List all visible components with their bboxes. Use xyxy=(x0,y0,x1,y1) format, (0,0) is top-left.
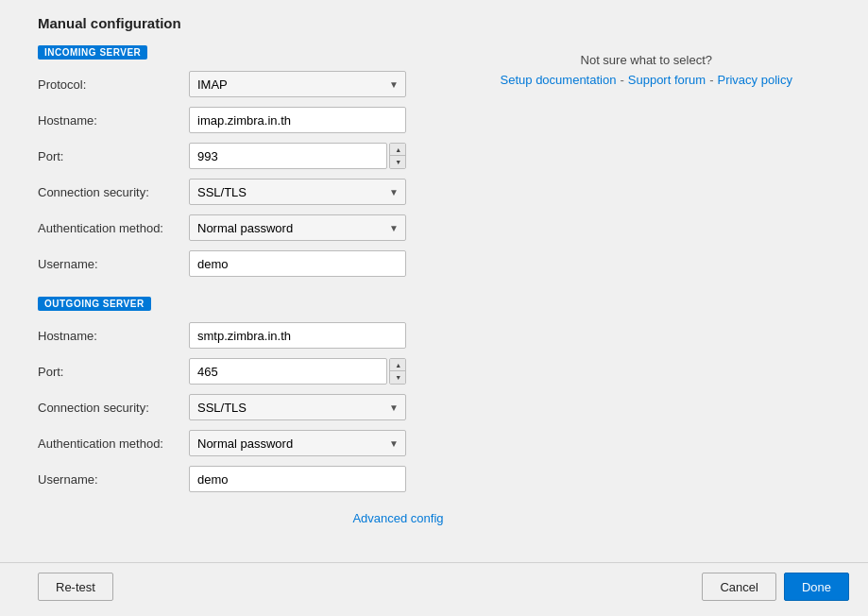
retest-button[interactable]: Re-test xyxy=(38,573,113,601)
incoming-username-control xyxy=(189,250,406,277)
outgoing-connection-security-select[interactable]: SSL/TLS STARTTLS None xyxy=(189,394,406,420)
separator-2: - xyxy=(709,73,713,87)
incoming-port-spinner: ▲ ▼ xyxy=(389,143,406,169)
incoming-connection-security-wrapper: SSL/TLS STARTTLS None ▼ xyxy=(189,179,406,205)
incoming-connection-security-label: Connection security: xyxy=(38,185,189,199)
help-links: Setup documentation - Support forum - Pr… xyxy=(501,73,792,87)
outgoing-port-input[interactable] xyxy=(189,358,387,385)
protocol-label: Protocol: xyxy=(38,77,189,92)
setup-documentation-link[interactable]: Setup documentation xyxy=(501,73,617,87)
right-panel: Not sure what to select? Setup documenta… xyxy=(444,15,850,562)
footer-left: Re-test xyxy=(38,573,694,601)
incoming-username-input[interactable] xyxy=(189,250,406,277)
incoming-port-row: Port: ▲ ▼ xyxy=(38,143,444,169)
outgoing-port-wrapper: ▲ ▼ xyxy=(189,358,406,385)
outgoing-hostname-control xyxy=(189,322,406,349)
outgoing-connection-security-row: Connection security: SSL/TLS STARTTLS No… xyxy=(38,394,444,420)
done-button[interactable]: Done xyxy=(784,573,849,601)
incoming-server-badge: INCOMING SERVER xyxy=(38,45,147,60)
outgoing-connection-security-label: Connection security: xyxy=(38,401,189,415)
outgoing-server-badge: OUTGOING SERVER xyxy=(38,297,151,311)
incoming-connection-security-control: SSL/TLS STARTTLS None ▼ xyxy=(189,179,406,205)
outgoing-server-section: OUTGOING SERVER Hostname: Port: ▲ ▼ xyxy=(38,296,444,492)
privacy-policy-link[interactable]: Privacy policy xyxy=(717,73,791,87)
incoming-username-row: Username: xyxy=(38,250,444,277)
incoming-port-down-button[interactable]: ▼ xyxy=(390,156,406,168)
outgoing-port-up-button[interactable]: ▲ xyxy=(390,359,406,371)
outgoing-hostname-row: Hostname: xyxy=(38,322,444,349)
advanced-config-section: Advanced config xyxy=(38,511,444,525)
outgoing-hostname-input[interactable] xyxy=(189,322,406,349)
outgoing-port-row: Port: ▲ ▼ xyxy=(38,358,444,385)
incoming-auth-method-label: Authentication method: xyxy=(38,221,189,235)
incoming-port-control: ▲ ▼ xyxy=(189,143,406,169)
outgoing-username-input[interactable] xyxy=(189,466,406,492)
outgoing-auth-method-select[interactable]: Normal password Encrypted password OAuth… xyxy=(189,430,406,456)
incoming-server-section: INCOMING SERVER Protocol: IMAP POP3 ▼ Ho… xyxy=(38,44,444,277)
protocol-select[interactable]: IMAP POP3 xyxy=(189,71,406,97)
protocol-row: Protocol: IMAP POP3 ▼ xyxy=(38,71,444,97)
outgoing-port-label: Port: xyxy=(38,365,189,379)
outgoing-username-row: Username: xyxy=(38,466,444,492)
separator-1: - xyxy=(620,73,623,87)
outgoing-auth-method-label: Authentication method: xyxy=(38,436,189,451)
incoming-connection-security-row: Connection security: SSL/TLS STARTTLS No… xyxy=(38,179,444,205)
incoming-auth-method-wrapper: Normal password Encrypted password OAuth… xyxy=(189,214,406,241)
protocol-control: IMAP POP3 ▼ xyxy=(189,71,406,97)
page-title: Manual configuration xyxy=(38,15,444,31)
outgoing-connection-security-wrapper: SSL/TLS STARTTLS None ▼ xyxy=(189,394,406,420)
incoming-port-input[interactable] xyxy=(189,143,387,169)
outgoing-auth-method-wrapper: Normal password Encrypted password OAuth… xyxy=(189,430,406,456)
advanced-config-link[interactable]: Advanced config xyxy=(352,511,443,525)
incoming-hostname-input[interactable] xyxy=(189,107,406,133)
incoming-hostname-row: Hostname: xyxy=(38,107,444,133)
cancel-button[interactable]: Cancel xyxy=(702,573,775,601)
incoming-connection-security-select[interactable]: SSL/TLS STARTTLS None xyxy=(189,179,406,205)
outgoing-auth-method-control: Normal password Encrypted password OAuth… xyxy=(189,430,406,456)
incoming-hostname-control xyxy=(189,107,406,133)
not-sure-text: Not sure what to select? xyxy=(581,53,712,67)
outgoing-username-label: Username: xyxy=(38,472,189,487)
incoming-port-wrapper: ▲ ▼ xyxy=(189,143,406,169)
incoming-auth-method-row: Authentication method: Normal password E… xyxy=(38,214,444,241)
incoming-auth-method-select[interactable]: Normal password Encrypted password OAuth… xyxy=(189,214,406,241)
outgoing-port-control: ▲ ▼ xyxy=(189,358,406,385)
incoming-username-label: Username: xyxy=(38,257,189,271)
outgoing-port-spinner: ▲ ▼ xyxy=(389,358,406,385)
protocol-select-wrapper: IMAP POP3 ▼ xyxy=(189,71,406,97)
incoming-hostname-label: Hostname: xyxy=(38,113,189,128)
outgoing-username-control xyxy=(189,466,406,492)
incoming-port-up-button[interactable]: ▲ xyxy=(390,144,406,156)
footer: Re-test Cancel Done xyxy=(0,562,868,616)
outgoing-connection-security-control: SSL/TLS STARTTLS None ▼ xyxy=(189,394,406,420)
outgoing-hostname-label: Hostname: xyxy=(38,329,189,343)
support-forum-link[interactable]: Support forum xyxy=(628,73,706,87)
incoming-auth-method-control: Normal password Encrypted password OAuth… xyxy=(189,214,406,241)
outgoing-port-down-button[interactable]: ▼ xyxy=(390,371,406,384)
outgoing-auth-method-row: Authentication method: Normal password E… xyxy=(38,430,444,456)
incoming-port-label: Port: xyxy=(38,149,189,163)
